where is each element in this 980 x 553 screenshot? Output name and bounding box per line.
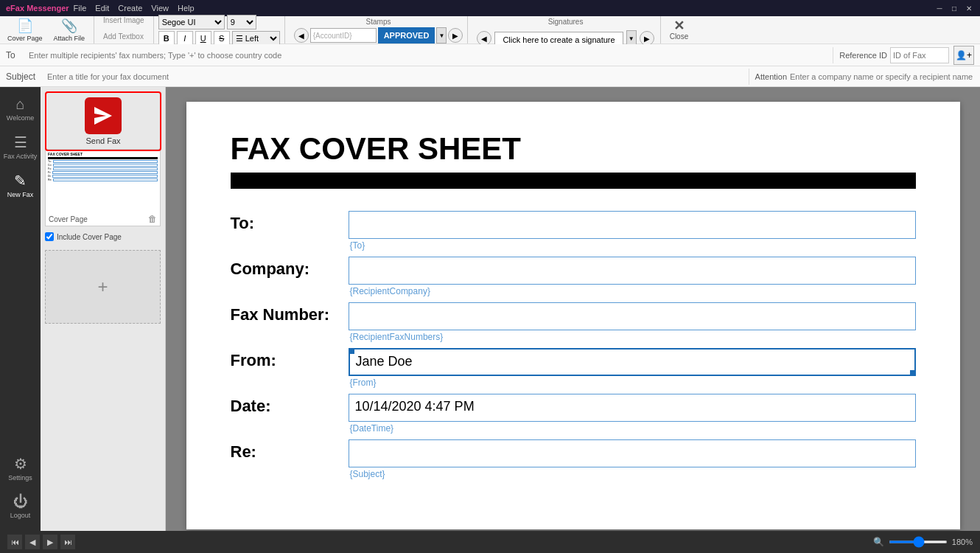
sig-next-button[interactable]: ▶	[640, 31, 654, 46]
fax-activity-label: Fax Activity	[4, 153, 38, 160]
sidebar: ⌂ Welcome ☰ Fax Activity ✎ New Fax ⚙ Set…	[0, 87, 41, 531]
from-field-box[interactable]: Jane Doe	[349, 348, 916, 376]
bottom-bar: ⏮ ◀ ▶ ⏭ 🔍 180%	[0, 531, 980, 553]
menu-bar[interactable]: File Edit Create View Help	[74, 4, 195, 13]
stamps-section: Stamps ◀ APPROVED ▼ ▶	[290, 16, 469, 44]
nav-prev-button[interactable]: ◀	[25, 535, 40, 549]
italic-button[interactable]: I	[177, 31, 193, 46]
cover-page-icon: 📄	[17, 18, 33, 34]
menu-create[interactable]: Create	[118, 4, 142, 13]
to-field-box[interactable]	[349, 211, 916, 239]
close-button[interactable]: ✕ Close	[664, 18, 695, 42]
field-row-fax-number: Fax Number: {RecipientFaxNumbers}	[231, 302, 916, 342]
cover-page-button[interactable]: 📄 Cover Page	[3, 16, 47, 44]
include-cover-label: Include Cover Page	[57, 233, 122, 241]
logout-label: Logout	[10, 512, 31, 519]
font-name-select[interactable]: Segoe UI	[158, 15, 225, 29]
sidebar-bottom: ⚙ Settings ⏻ Logout	[5, 449, 35, 531]
menu-edit[interactable]: Edit	[95, 4, 109, 13]
fax-number-field-label: Fax Number:	[231, 302, 349, 324]
recipient-fax-input[interactable]	[29, 47, 828, 63]
bold-button[interactable]: B	[158, 31, 175, 46]
new-fax-icon: ✎	[14, 172, 27, 189]
navigation-buttons: ⏮ ◀ ▶ ⏭	[7, 535, 75, 549]
subject-bar: Subject Attention	[0, 66, 980, 87]
welcome-icon: ⌂	[15, 96, 24, 113]
fax-number-field-box[interactable]	[349, 302, 916, 330]
subject-input[interactable]	[47, 69, 744, 85]
reference-id-input[interactable]	[890, 47, 949, 63]
sidebar-item-fax-activity[interactable]: ☰ Fax Activity	[0, 128, 41, 166]
font-size-select[interactable]: 9	[227, 15, 256, 29]
close-window-button[interactable]: ✕	[964, 3, 974, 13]
document-divider	[231, 173, 916, 189]
field-row-to: To: {To}	[231, 211, 916, 251]
menu-file[interactable]: File	[74, 4, 87, 13]
menu-help[interactable]: Help	[178, 4, 195, 13]
send-fax-button[interactable]: Send Fax	[48, 94, 158, 148]
sidebar-item-welcome[interactable]: ⌂ Welcome	[0, 90, 41, 128]
subject-label: Subject	[6, 72, 43, 82]
nav-last-button[interactable]: ⏭	[60, 535, 75, 549]
align-select[interactable]: ☰ Left ≡ Center ☰ Right	[232, 31, 280, 46]
add-page-button[interactable]: +	[45, 250, 161, 324]
to-label: To	[6, 50, 24, 60]
attach-file-icon: 📎	[61, 18, 77, 34]
nav-next-button[interactable]: ▶	[43, 535, 57, 549]
re-field-box[interactable]	[349, 439, 916, 467]
field-row-company: Company: {RecipientCompany}	[231, 257, 916, 296]
cover-page-thumbnail[interactable]: FAX COVER SHEET To: Co: Fx: Fr: Dt: Re: …	[45, 149, 161, 226]
cover-page-thumb-label: Cover Page	[49, 215, 88, 223]
insert-image-button[interactable]: Insert Image	[99, 15, 149, 29]
approved-stamp-button[interactable]: APPROVED	[378, 27, 435, 44]
attention-section: Attention	[749, 69, 974, 85]
send-fax-icon	[85, 97, 122, 134]
close-label: Close	[670, 32, 689, 41]
sidebar-item-new-fax[interactable]: ✎ New Fax	[0, 166, 41, 204]
add-textbox-button[interactable]: Add Textbox	[99, 31, 149, 46]
sig-prev-button[interactable]: ◀	[477, 31, 491, 46]
to-field-tag: {To}	[350, 240, 916, 251]
nav-first-button[interactable]: ⏮	[7, 535, 22, 549]
zoom-out-icon: 🔍	[873, 537, 884, 547]
include-cover-checkbox[interactable]	[45, 232, 54, 241]
attach-file-button[interactable]: 📎 Attach File	[49, 16, 90, 44]
cover-preview: FAX COVER SHEET To: Co: Fx: Fr: Dt: Re:	[46, 150, 160, 212]
reference-id-section: Reference ID	[833, 47, 949, 63]
date-field-box[interactable]: 10/14/2020 4:47 PM	[349, 394, 916, 422]
toolbar: 📄 Cover Page 📎 Attach File Insert Image …	[0, 16, 980, 44]
fax-activity-icon: ☰	[14, 133, 27, 151]
main-area: ⌂ Welcome ☰ Fax Activity ✎ New Fax ⚙ Set…	[0, 87, 980, 531]
attention-input[interactable]	[790, 69, 974, 85]
stamps-dropdown-button[interactable]: ▼	[436, 27, 447, 44]
strikethrough-button[interactable]: S	[214, 31, 230, 46]
company-field-box[interactable]	[349, 257, 916, 285]
stamps-next-button[interactable]: ▶	[448, 28, 463, 43]
delete-page-button[interactable]: 🗑	[148, 214, 157, 224]
account-id-field[interactable]	[310, 28, 377, 43]
menu-view[interactable]: View	[151, 4, 169, 13]
document-area[interactable]: FAX COVER SHEET To: {To} Company: {Recip…	[166, 87, 980, 531]
font-controls-group: Segoe UI 9 B I U S ☰ Left ≡ Center ☰ Rig…	[158, 16, 285, 44]
sidebar-item-logout[interactable]: ⏻ Logout	[5, 487, 35, 525]
sidebar-item-settings[interactable]: ⚙ Settings	[5, 449, 35, 487]
signatures-section: Signatures ◀ Click here to create a sign…	[471, 16, 660, 44]
field-row-date: Date: 10/14/2020 4:47 PM {DateTime}	[231, 394, 916, 434]
fax-number-field-tag: {RecipientFaxNumbers}	[350, 332, 916, 342]
zoom-slider[interactable]	[889, 540, 948, 543]
add-contact-button[interactable]: 👤+	[953, 46, 974, 65]
maximize-button[interactable]: □	[949, 3, 959, 13]
underline-button[interactable]: U	[195, 31, 211, 46]
toolbar-page-group: 📄 Cover Page 📎 Attach File	[3, 16, 94, 44]
from-field-label: From:	[231, 348, 349, 370]
attach-file-label: Attach File	[54, 35, 85, 42]
stamps-prev-button[interactable]: ◀	[294, 28, 309, 43]
close-icon: ✕	[673, 19, 685, 32]
cover-page-label: Cover Page	[7, 35, 43, 42]
date-field-tag: {DateTime}	[350, 423, 916, 434]
svg-marker-0	[94, 107, 112, 125]
date-field-label: Date:	[231, 394, 349, 416]
toolbar-insert-group: Insert Image Add Textbox	[99, 16, 154, 44]
minimize-button[interactable]: ─	[934, 3, 945, 13]
send-fax-highlight: Send Fax	[45, 91, 161, 151]
